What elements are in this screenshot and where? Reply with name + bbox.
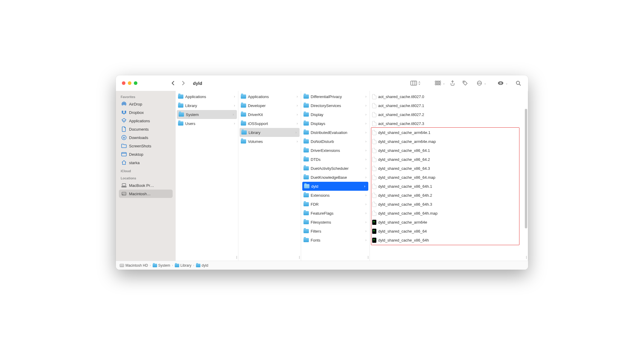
view-columns-button[interactable] — [410, 81, 421, 86]
folder-icon — [241, 139, 246, 144]
preview-options-button[interactable]: ⌄ — [498, 81, 508, 85]
close-window-button[interactable] — [122, 81, 125, 85]
folder-row[interactable]: DriverKit› — [238, 110, 301, 119]
toolbar: dyld ⌄ ⌄ ⌄ — [116, 75, 528, 91]
path-segment[interactable]: System — [153, 263, 170, 268]
group-button[interactable]: ⌄ — [435, 81, 445, 86]
sidebar-item[interactable]: AirDrop — [119, 100, 173, 108]
file-row[interactable]: aot_shared_cache.t8027.3 — [370, 119, 528, 128]
folder-row[interactable]: FDR› — [301, 200, 369, 209]
folder-row[interactable]: Developer› — [238, 101, 301, 110]
column-4[interactable]: aot_shared_cache.t8027.0aot_shared_cache… — [370, 91, 528, 261]
column-3[interactable]: DifferentialPrivacy›DirectoryServices›Di… — [301, 91, 370, 261]
column-1[interactable]: Applications›Library›System›Users›|| — [176, 91, 238, 261]
file-row[interactable]: aot_shared_cache.t8027.1 — [370, 101, 528, 110]
sidebar-item[interactable]: Documents — [119, 125, 173, 133]
folder-row[interactable]: Displays› — [301, 119, 369, 128]
path-segment[interactable]: Macintosh HD — [119, 263, 148, 268]
folder-row[interactable]: Users› — [176, 119, 238, 128]
file-row[interactable]: aot_shared_cache.t8027.2 — [370, 110, 528, 119]
file-row[interactable]: dyld_shared_cache_arm64e.map — [370, 137, 528, 146]
file-row[interactable]: dyld_shared_cache_x86_64.2 — [370, 155, 528, 164]
folder-row[interactable]: FeatureFlags› — [301, 209, 369, 218]
folder-row[interactable]: DistributedEvaluation› — [301, 128, 369, 137]
row-label: dyld_shared_cache_x86_64 — [378, 229, 427, 233]
folder-row[interactable]: dyld› — [302, 182, 368, 191]
sidebar-item[interactable]: Macintosh… — [119, 190, 173, 198]
search-button[interactable] — [513, 79, 523, 88]
folder-icon — [303, 157, 309, 161]
row-label: iOSSupport — [248, 121, 268, 126]
folder-icon — [241, 121, 246, 126]
forward-button[interactable] — [179, 79, 188, 87]
file-row[interactable]: dyld_shared_cache_arm64e — [370, 218, 528, 227]
file-row[interactable]: dyld_shared_cache_arm64e.1 — [370, 128, 528, 137]
file-row[interactable]: dyld_shared_cache_x86_64h.2 — [370, 191, 528, 200]
folder-row[interactable]: System› — [177, 110, 237, 119]
sidebar-item[interactable]: starka — [119, 158, 173, 167]
folder-row[interactable]: iOSSupport› — [238, 119, 301, 128]
file-row[interactable]: dyld_shared_cache_x86_64.map — [370, 173, 528, 182]
file-row[interactable]: dyld_shared_cache_x86_64.3 — [370, 164, 528, 173]
sidebar-item[interactable]: Applications — [119, 117, 173, 125]
path-segment[interactable]: Library — [175, 263, 191, 268]
folder-row[interactable]: Filesystems› — [301, 218, 369, 227]
file-row[interactable]: dyld_shared_cache_x86_64h.1 — [370, 182, 528, 191]
folder-row[interactable]: Filters› — [301, 227, 369, 236]
sidebar-item[interactable]: MacBook Pr… — [119, 181, 173, 190]
file-icon — [372, 139, 376, 144]
sidebar-item[interactable]: Desktop — [119, 150, 173, 158]
folder-row[interactable]: Display› — [301, 110, 369, 119]
folder-row[interactable]: DirectoryServices› — [301, 101, 369, 110]
folder-row[interactable]: DuetActivityScheduler› — [301, 164, 369, 173]
minimize-window-button[interactable] — [128, 81, 131, 85]
back-button[interactable] — [168, 79, 177, 87]
sidebar-item[interactable]: ScreenShots — [119, 142, 173, 150]
sidebar-item[interactable]: Dropbox — [119, 108, 173, 117]
folder-row[interactable]: Volumes› — [238, 137, 301, 146]
row-label: FDR — [311, 202, 319, 207]
chevron-right-icon: › — [365, 211, 367, 215]
folder-row[interactable]: DTDs› — [301, 155, 369, 164]
folder-row[interactable]: Library› — [176, 101, 238, 110]
folder-row[interactable]: Library› — [240, 128, 300, 137]
folder-row[interactable]: DifferentialPrivacy› — [301, 92, 369, 101]
file-row[interactable]: dyld_shared_cache_x86_64.1 — [370, 146, 528, 155]
file-row[interactable]: dyld_shared_cache_x86_64h.map — [370, 209, 528, 218]
row-label: DistributedEvaluation — [311, 130, 347, 135]
chevron-right-icon: › — [233, 112, 234, 117]
folder-icon — [303, 202, 309, 206]
folder-row[interactable]: Applications› — [176, 92, 238, 101]
file-row[interactable]: dyld_shared_cache_x86_64h — [370, 236, 528, 245]
folder-row[interactable]: DuetKnowledgeBase› — [301, 173, 369, 182]
column-2[interactable]: Applications›Developer›DriverKit›iOSSupp… — [238, 91, 301, 261]
zoom-window-button[interactable] — [134, 81, 137, 85]
file-row[interactable]: aot_shared_cache.t8027.0 — [370, 92, 528, 101]
exec-file-icon — [372, 238, 376, 243]
chevron-right-icon: › — [297, 121, 298, 126]
file-row[interactable]: dyld_shared_cache_x86_64 — [370, 227, 528, 236]
actions-button[interactable]: ⌄ — [477, 80, 486, 86]
file-icon — [372, 103, 376, 108]
tags-button[interactable] — [460, 79, 470, 88]
sidebar: FavoritesAirDropDropboxApplicationsDocum… — [116, 91, 176, 261]
scrollbar[interactable] — [525, 109, 527, 228]
folder-row[interactable]: Applications› — [238, 92, 301, 101]
sidebar-item-label: ScreenShots — [129, 144, 151, 148]
row-label: dyld_shared_cache_x86_64h.map — [378, 211, 438, 216]
folder-row[interactable]: DriverExtensions› — [301, 146, 369, 155]
svg-point-13 — [480, 83, 481, 83]
path-bar[interactable]: Macintosh HD›System›Library›dyld — [116, 261, 528, 270]
path-segment[interactable]: dyld — [196, 263, 208, 268]
exec-file-icon — [372, 220, 376, 225]
folder-row[interactable]: Fonts› — [301, 236, 369, 245]
share-button[interactable] — [447, 79, 458, 88]
folder-icon — [153, 264, 157, 267]
file-row[interactable]: dyld_shared_cache_x86_64h.3 — [370, 200, 528, 209]
folder-row[interactable]: Extensions› — [301, 191, 369, 200]
folder-icon — [303, 175, 309, 179]
folder-row[interactable]: DoNotDisturb› — [301, 137, 369, 146]
sidebar-item[interactable]: Downloads — [119, 133, 173, 142]
file-icon — [372, 193, 376, 198]
chevron-down-icon: ⌄ — [484, 82, 486, 85]
